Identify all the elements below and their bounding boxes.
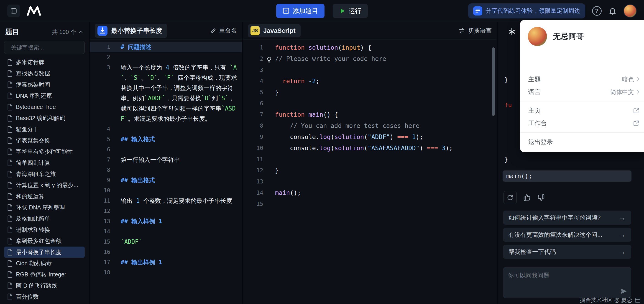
sidebar-item[interactable]: 链表聚集交换 xyxy=(4,135,85,146)
thumbs-down-icon[interactable] xyxy=(537,194,545,201)
code-line[interactable]: 11 xyxy=(243,154,497,165)
code-line[interactable]: 13 xyxy=(243,176,497,187)
ai-sparkle-icon[interactable] xyxy=(508,27,516,37)
sidebar-item[interactable]: 和的逆运算 xyxy=(4,191,85,202)
code-line[interactable]: 10 console.log(solution("ASAFASAFADDD") … xyxy=(243,142,497,154)
search-input[interactable] xyxy=(11,44,84,51)
language-label: JavaScript xyxy=(263,27,296,35)
sidebar-item[interactable]: 病毒感染时间 xyxy=(4,79,85,90)
problem-line[interactable]: 14 xyxy=(90,226,242,237)
problem-line[interactable]: 12 xyxy=(90,206,242,216)
share-banner[interactable]: 分享代码练习体验，领限量定制周边 xyxy=(468,4,585,19)
line-number: 14 xyxy=(243,187,263,198)
sidebar-item[interactable]: 进制求和转换 xyxy=(4,224,85,235)
search-box[interactable] xyxy=(4,41,85,54)
suggestion-button[interactable]: 如何统计输入字符串中字母的词频?→ xyxy=(503,211,631,225)
code-line[interactable]: 14main(); xyxy=(243,187,497,198)
problem-line[interactable]: 17## 输出样例 1 xyxy=(90,257,242,267)
code-line[interactable]: 1function solution(input) { xyxy=(243,42,497,53)
code-line[interactable]: 5} xyxy=(243,87,497,98)
switch-language-button[interactable]: 切换语言 xyxy=(458,27,492,35)
sidebar-item[interactable]: 计算位置 x 到 y 的最少... xyxy=(4,180,85,191)
editor-scrollbar[interactable] xyxy=(492,47,495,116)
regenerate-button[interactable] xyxy=(504,191,517,204)
thumbs-up-icon[interactable] xyxy=(523,194,531,201)
user-menu-profile[interactable]: 无忌阿哥 xyxy=(520,20,644,51)
sidebar-item[interactable]: 及格如此简单 xyxy=(4,213,85,224)
sidebar-item[interactable]: RGB 色值转 Integer xyxy=(4,269,85,280)
menu-item-home[interactable]: 主页 xyxy=(520,104,644,117)
menu-item-workbench[interactable]: 工作台 xyxy=(520,117,644,130)
line-number: 10 xyxy=(243,142,263,154)
menu-item-logout[interactable]: 退出登录 xyxy=(520,135,644,149)
sidebar-item[interactable]: Base32 编码和解码 xyxy=(4,113,85,124)
problem-line[interactable]: 16 xyxy=(90,247,242,257)
sidebar-item[interactable]: 青海湖租车之旅 xyxy=(4,168,85,180)
problem-line[interactable]: 6 xyxy=(90,144,242,155)
sidebar-item[interactable]: 最小替换子串长度 xyxy=(4,246,85,258)
sidebar-item[interactable]: DNA 序列还原 xyxy=(4,90,85,101)
problem-line[interactable]: 9## 输出格式 xyxy=(90,175,242,185)
problem-line[interactable]: 13## 输入样例 1 xyxy=(90,216,242,226)
menu-item-language[interactable]: 语言 简体中文 › xyxy=(520,86,644,98)
suggestion-button[interactable]: 有没有更高效的算法来解决这个问...→ xyxy=(503,228,631,242)
problem-line[interactable]: 7第一行输入一个字符串 xyxy=(90,155,242,165)
code-line[interactable]: 15 xyxy=(243,198,497,209)
code-line[interactable]: 2// Please write your code here xyxy=(243,53,497,64)
help-icon[interactable]: ? xyxy=(592,6,602,16)
notification-bell-icon[interactable] xyxy=(608,7,617,15)
app-root: 添加题目 运行 分享代码练习体验，领限量定制周边 ? xyxy=(0,0,644,304)
code-line[interactable]: 12} xyxy=(243,165,497,176)
window-icon xyxy=(634,297,641,303)
problem-line[interactable]: 3输入一个长度为 4 倍数的字符串，只有 `A`、`S`、`D`、`F` 四个字… xyxy=(90,63,242,124)
send-icon[interactable] xyxy=(620,287,628,296)
code-line[interactable]: 3 xyxy=(243,64,497,75)
problem-line[interactable]: 2 xyxy=(90,52,242,63)
sidebar-item[interactable]: 多米诺骨牌 xyxy=(4,57,85,68)
rename-button[interactable]: 重命名 xyxy=(210,27,237,35)
code-line[interactable]: 6 xyxy=(243,98,497,109)
doc-icon xyxy=(7,160,13,166)
run-button[interactable]: 运行 xyxy=(333,4,368,18)
problem-line[interactable]: 11输出 1 个整数，满足要求的最小子串长度 xyxy=(90,196,242,206)
sidebar-item[interactable]: Cion 勒索病毒 xyxy=(4,258,85,269)
problem-line[interactable]: 8 xyxy=(90,165,242,175)
problem-line[interactable]: 15`ADDF` xyxy=(90,237,242,247)
doc-icon xyxy=(7,271,13,278)
menu-item-theme[interactable]: 主题 暗色 › xyxy=(520,73,644,86)
sidebar-item-label: Cion 勒索病毒 xyxy=(16,259,52,267)
assistant-highlighted-code-line: main(); xyxy=(502,170,632,182)
doc-icon xyxy=(7,70,13,77)
sidebar-item[interactable]: 百分位数 xyxy=(4,291,85,302)
sidebar-item[interactable]: 查找热点数据 xyxy=(4,68,85,79)
sidebar-item[interactable]: 环状 DNA 序列整理 xyxy=(4,202,85,213)
suggestion-button[interactable]: 帮我检查一下代码→ xyxy=(503,245,631,259)
problem-line[interactable]: 5## 输入格式 xyxy=(90,134,242,144)
chat-input-box[interactable] xyxy=(503,267,631,298)
sidebar-item[interactable]: 拿到最多红包金额 xyxy=(4,235,85,246)
doc-icon xyxy=(7,260,13,267)
problem-line[interactable]: 18 xyxy=(90,267,242,278)
add-question-button[interactable]: 添加题目 xyxy=(276,4,324,18)
chat-input[interactable] xyxy=(508,271,617,288)
sidebar-item[interactable]: Bytedance Tree xyxy=(4,101,85,113)
sidebar-item-label: 进制求和转换 xyxy=(16,226,50,234)
doc-icon xyxy=(7,115,13,122)
problem-count[interactable]: 共 100 个 xyxy=(52,28,83,36)
sidebar-item[interactable]: 字符串有多少种可能性 xyxy=(4,146,85,157)
problem-line[interactable]: 4 xyxy=(90,124,242,134)
code-line[interactable]: 7function main() { xyxy=(243,109,497,120)
code-line[interactable]: 4 return -2; xyxy=(243,75,497,87)
username: 无忌阿哥 xyxy=(553,31,584,42)
user-avatar[interactable] xyxy=(624,4,637,18)
code-line[interactable]: 8 // You can add more test cases here xyxy=(243,120,497,131)
problem-line[interactable]: 10 xyxy=(90,185,242,196)
sidebar-item[interactable]: 阿 D 的飞行路线 xyxy=(4,280,85,291)
code-line[interactable]: 9 console.log(solution("ADDF") === 1); xyxy=(243,131,497,142)
sidebar-item[interactable]: 简单四则计算 xyxy=(4,157,85,168)
language-tab[interactable]: JS JavaScript xyxy=(248,24,300,37)
problem-line[interactable]: 1# 问题描述 xyxy=(90,42,242,52)
logo-icon[interactable] xyxy=(26,6,42,16)
sidebar-toggle-button[interactable] xyxy=(7,5,20,17)
sidebar-item[interactable]: 猫鱼分干 xyxy=(4,124,85,135)
